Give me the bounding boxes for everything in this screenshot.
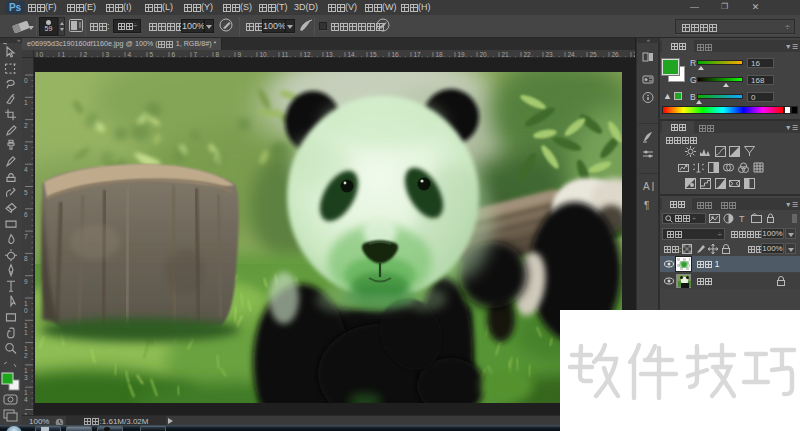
svg-text:1: 1 <box>24 345 28 352</box>
svg-text:11: 11 <box>282 51 289 58</box>
svg-text:21: 21 <box>502 51 510 58</box>
svg-text:1: 1 <box>24 300 28 307</box>
svg-text:1: 1 <box>24 367 28 374</box>
svg-text:4: 4 <box>24 396 28 403</box>
svg-text:9: 9 <box>24 278 28 285</box>
svg-text:19: 19 <box>458 51 466 58</box>
svg-text:10: 10 <box>260 51 268 58</box>
svg-text:1: 1 <box>24 389 28 396</box>
svg-text:12: 12 <box>304 51 312 58</box>
svg-text:3: 3 <box>24 144 28 151</box>
svg-text:0: 0 <box>24 307 28 314</box>
svg-text:17: 17 <box>414 51 422 58</box>
svg-text:3: 3 <box>24 374 28 381</box>
svg-text:23: 23 <box>546 51 554 58</box>
svg-text:¶: ¶ <box>644 200 649 211</box>
svg-text:8: 8 <box>24 255 28 262</box>
svg-text:6: 6 <box>24 211 28 218</box>
svg-text:5: 5 <box>24 189 28 196</box>
svg-text:4: 4 <box>24 166 28 173</box>
svg-text:18: 18 <box>436 51 444 58</box>
svg-text:1: 1 <box>24 99 28 106</box>
svg-text:2: 2 <box>24 122 28 129</box>
svg-text:15: 15 <box>370 51 378 58</box>
svg-text:22: 22 <box>524 51 532 58</box>
svg-text:1: 1 <box>24 329 28 336</box>
svg-text:24: 24 <box>568 51 576 58</box>
svg-text:16: 16 <box>392 51 400 58</box>
svg-text:25: 25 <box>590 51 598 58</box>
svg-text:14: 14 <box>348 51 356 58</box>
svg-text:0: 0 <box>24 77 28 84</box>
svg-text:20: 20 <box>480 51 488 58</box>
svg-text:26: 26 <box>612 51 620 58</box>
svg-text:T: T <box>739 214 745 224</box>
svg-text:1: 1 <box>24 322 28 329</box>
svg-text:A: A <box>643 181 650 192</box>
svg-text:13: 13 <box>326 51 334 58</box>
svg-text:2: 2 <box>24 352 28 359</box>
svg-text:7: 7 <box>24 233 28 240</box>
svg-text:27: 27 <box>634 51 636 58</box>
